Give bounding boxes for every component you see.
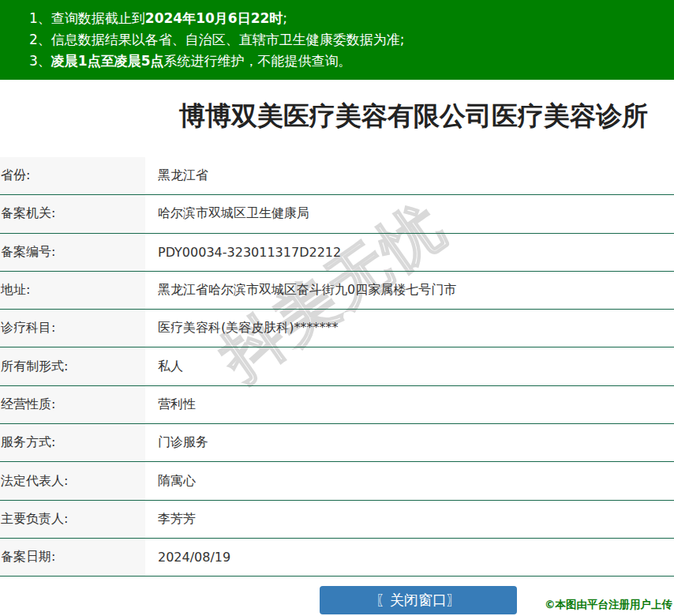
table-row: 备案机关:哈尔滨市双城区卫生健康局 [0, 195, 674, 233]
table-row: 备案编号:PDY00034-323011317D2212 [0, 234, 674, 272]
notice-text: ; [283, 10, 287, 26]
field-value: PDY00034-323011317D2212 [145, 234, 674, 271]
notice-text: 1、查询数据截止到 [29, 10, 145, 26]
field-value: 李芳芳 [145, 501, 674, 538]
notice-text: 3、 [29, 53, 51, 69]
field-label: 法定代表人: [0, 462, 145, 499]
field-label: 诊疗科目: [0, 310, 145, 347]
field-label: 备案机关: [0, 195, 145, 232]
table-row: 主要负责人:李芳芳 [0, 501, 674, 539]
field-value: 2024/08/19 [145, 539, 674, 576]
field-value: 营利性 [145, 386, 674, 423]
notice-text: 2、信息数据结果以各省、自治区、直辖市卫生健康委数据为准; [29, 32, 405, 47]
table-row: 服务方式:门诊服务 [0, 424, 674, 462]
field-label: 所有制形式: [0, 347, 145, 385]
table-row: 备案日期:2024/08/19 [0, 539, 674, 577]
field-label: 备案日期: [0, 539, 145, 576]
field-value: 哈尔滨市双城区卫生健康局 [145, 195, 674, 232]
table-row: 所有制形式:私人 [0, 347, 674, 385]
notice-text-bold: 凌晨1点至凌晨5点 [51, 53, 164, 69]
notice-banner: 1、查询数据截止到2024年10月6日22时;2、信息数据结果以各省、自治区、直… [0, 0, 674, 80]
field-label: 省份: [0, 157, 145, 194]
table-row: 诊疗科目:医疗美容科(美容皮肤科)******* [0, 310, 674, 347]
notice-line: 1、查询数据截止到2024年10月6日22时; [29, 8, 674, 29]
field-value: 私人 [145, 347, 674, 385]
field-value: 医疗美容科(美容皮肤科)******* [145, 310, 674, 347]
table-row: 经营性质:营利性 [0, 386, 674, 424]
field-label: 地址: [0, 272, 145, 309]
notice-text: 系统进行维护，不能提供查询。 [164, 53, 352, 69]
info-table: 省份:黑龙江省备案机关:哈尔滨市双城区卫生健康局备案编号:PDY00034-32… [0, 157, 674, 577]
field-value: 门诊服务 [145, 424, 674, 461]
table-row: 地址:黑龙江省哈尔滨市双城区奋斗街九0四家属楼七号门市 [0, 272, 674, 310]
field-label: 经营性质: [0, 386, 145, 423]
page-title: 博博双美医疗美容有限公司医疗美容诊所 [0, 98, 674, 134]
upload-credit-stamp: ©本图由平台注册用户上传 [545, 598, 672, 612]
notice-line: 2、信息数据结果以各省、自治区、直辖市卫生健康委数据为准; [29, 29, 674, 51]
field-label: 服务方式: [0, 424, 145, 461]
field-value: 隋寓心 [145, 462, 674, 499]
notice-text-bold: 2024年10月6日22时 [145, 10, 283, 26]
notice-line: 3、凌晨1点至凌晨5点系统进行维护，不能提供查询。 [29, 51, 674, 72]
table-row: 省份:黑龙江省 [0, 157, 674, 195]
field-value: 黑龙江省哈尔滨市双城区奋斗街九0四家属楼七号门市 [145, 272, 674, 309]
close-window-button[interactable]: 〖关闭窗口〗 [320, 586, 517, 614]
field-value: 黑龙江省 [145, 157, 674, 194]
field-label: 备案编号: [0, 234, 145, 271]
table-row: 法定代表人:隋寓心 [0, 462, 674, 500]
field-label: 主要负责人: [0, 501, 145, 538]
